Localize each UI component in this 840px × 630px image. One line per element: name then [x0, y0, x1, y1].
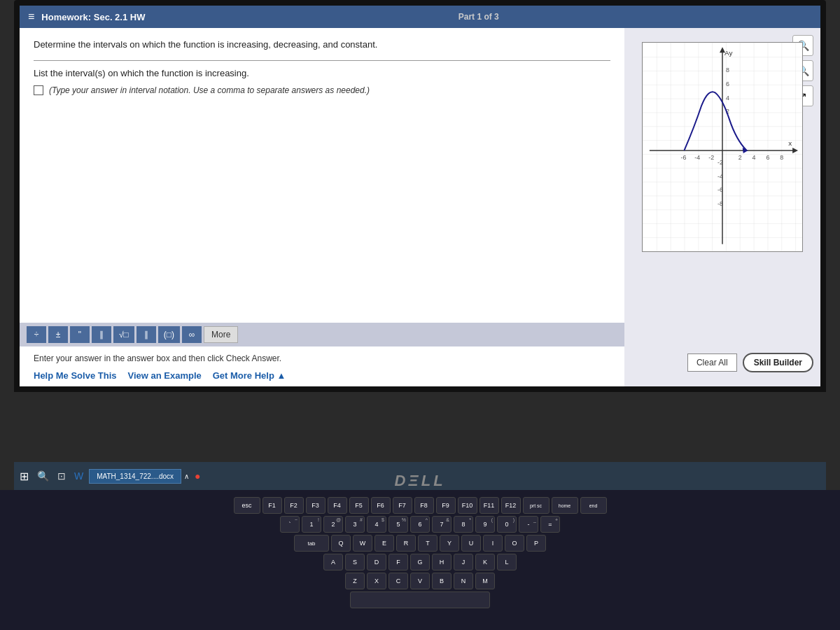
key-f2[interactable]: F2 — [284, 497, 304, 514]
key-f9[interactable]: F9 — [436, 497, 456, 514]
key-3[interactable]: #3 — [345, 516, 365, 533]
screen: ≡ Homework: Sec. 2.1 HW Part 1 of 3 Dete… — [20, 6, 820, 386]
toolbar-btn-infinity[interactable]: ∞ — [182, 326, 202, 343]
keyboard-row-qwerty: tab Q W E R T Y U I O P — [21, 535, 819, 552]
key-f1[interactable]: F1 — [262, 497, 282, 514]
key-l[interactable]: L — [497, 554, 517, 570]
key-s[interactable]: S — [345, 554, 365, 570]
key-f[interactable]: F — [388, 554, 408, 570]
key-h[interactable]: H — [432, 554, 451, 570]
key-prtsc[interactable]: prt sc — [523, 497, 550, 514]
svg-text:-6: -6 — [681, 154, 687, 161]
svg-text:-6: -6 — [718, 186, 723, 193]
svg-text:8: 8 — [726, 66, 729, 74]
key-e[interactable]: E — [374, 535, 394, 552]
view-example-link[interactable]: View an Example — [127, 370, 201, 381]
answer-checkbox[interactable] — [34, 85, 43, 95]
key-0[interactable]: )0 — [497, 516, 517, 533]
key-home[interactable]: home — [552, 497, 578, 514]
toolbar-btn-parallel[interactable]: ∥ — [92, 326, 111, 343]
chrome-icon[interactable]: ● — [192, 469, 203, 483]
get-more-help-link[interactable]: Get More Help ▲ — [213, 370, 286, 381]
toolbar-btn-sqrt[interactable]: √□ — [113, 326, 134, 343]
windows-start-icon[interactable]: ⊞ — [20, 470, 29, 483]
key-q[interactable]: Q — [331, 535, 351, 552]
toolbar-btn-plusminus[interactable]: ± — [48, 326, 68, 343]
key-w[interactable]: W — [353, 535, 372, 552]
key-p[interactable]: P — [526, 535, 546, 552]
key-f12[interactable]: F12 — [501, 497, 521, 514]
help-me-solve-link[interactable]: Help Me Solve This — [34, 370, 116, 381]
key-d[interactable]: D — [367, 554, 386, 570]
key-6[interactable]: ^6 — [410, 516, 430, 533]
svg-text:8: 8 — [780, 154, 783, 161]
laptop-body: ≡ Homework: Sec. 2.1 HW Part 1 of 3 Dete… — [0, 0, 840, 630]
key-z[interactable]: Z — [345, 573, 365, 589]
key-backtick[interactable]: ~` — [280, 516, 300, 533]
key-u[interactable]: U — [461, 535, 481, 552]
key-minus[interactable]: _- — [519, 516, 538, 533]
word-icon[interactable]: W — [71, 469, 86, 483]
key-b[interactable]: B — [432, 573, 451, 589]
task-view-icon[interactable]: ⊡ — [55, 469, 69, 483]
key-f4[interactable]: F4 — [328, 497, 347, 514]
key-x[interactable]: X — [367, 573, 386, 589]
key-j[interactable]: J — [454, 554, 473, 570]
key-tab[interactable]: tab — [294, 535, 329, 552]
key-r[interactable]: R — [396, 535, 416, 552]
right-panel: 🔍 🔍 ↗ — [624, 28, 820, 386]
key-7[interactable]: &7 — [432, 516, 451, 533]
svg-text:2: 2 — [738, 154, 742, 161]
app-layout: ≡ Homework: Sec. 2.1 HW Part 1 of 3 Dete… — [20, 6, 820, 386]
key-space[interactable] — [350, 592, 490, 608]
key-8[interactable]: *8 — [454, 516, 473, 533]
key-2[interactable]: @2 — [323, 516, 343, 533]
taskbar-file-item[interactable]: MATH_1314_722....docx — [89, 469, 181, 484]
part-indicator: Part 1 of 3 — [145, 12, 812, 22]
key-f10[interactable]: F10 — [458, 497, 477, 514]
key-y[interactable]: Y — [440, 535, 459, 552]
toolbar-btn-paren[interactable]: (□) — [158, 326, 180, 343]
key-f8[interactable]: F8 — [414, 497, 434, 514]
key-f7[interactable]: F7 — [393, 497, 412, 514]
key-5[interactable]: %5 — [388, 516, 408, 533]
key-end[interactable]: end — [580, 497, 607, 514]
key-1[interactable]: !1 — [302, 516, 321, 533]
header-bar: ≡ Homework: Sec. 2.1 HW Part 1 of 3 — [20, 6, 820, 28]
key-equals[interactable]: += — [540, 516, 560, 533]
toolbar-btn-norm[interactable]: ∥ — [136, 326, 156, 343]
key-i[interactable]: I — [483, 535, 503, 552]
key-a[interactable]: A — [323, 554, 343, 570]
key-9[interactable]: (9 — [475, 516, 495, 533]
key-c[interactable]: C — [388, 573, 408, 589]
toolbar-btn-more[interactable]: More — [204, 326, 238, 343]
taskbar-chevron-icon[interactable]: ∧ — [184, 472, 189, 480]
key-g[interactable]: G — [410, 554, 430, 570]
key-f6[interactable]: F6 — [371, 497, 391, 514]
search-taskbar-icon[interactable]: 🔍 — [34, 469, 52, 483]
key-k[interactable]: K — [475, 554, 495, 570]
question-area: Determine the intervals on which the fun… — [20, 28, 624, 323]
key-4[interactable]: $4 — [367, 516, 386, 533]
sub-question-text: List the interval(s) on which the functi… — [34, 68, 610, 78]
key-esc[interactable]: esc — [234, 497, 260, 514]
svg-text:-4: -4 — [694, 154, 700, 161]
clear-all-button[interactable]: Clear All — [687, 354, 737, 372]
key-m[interactable]: M — [475, 573, 495, 589]
svg-text:-2: -2 — [708, 154, 714, 161]
key-n[interactable]: N — [454, 573, 473, 589]
hamburger-icon[interactable]: ≡ — [28, 10, 34, 23]
key-t[interactable]: T — [418, 535, 438, 552]
toolbar-btn-quote[interactable]: " — [70, 326, 90, 343]
help-buttons-row: Help Me Solve This View an Example Get M… — [34, 370, 610, 381]
skill-builder-button[interactable]: Skill Builder — [743, 353, 813, 372]
key-f11[interactable]: F11 — [479, 497, 499, 514]
key-f5[interactable]: F5 — [349, 497, 369, 514]
check-answer-instruction: Enter your answer in the answer box and … — [34, 354, 610, 363]
key-o[interactable]: O — [505, 535, 524, 552]
svg-text:-4: -4 — [718, 173, 723, 180]
key-v[interactable]: V — [410, 573, 430, 589]
key-f3[interactable]: F3 — [306, 497, 326, 514]
keyboard-row-numbers: ~` !1 @2 #3 $4 %5 ^6 &7 *8 (9 )0 _- += — [21, 516, 819, 533]
toolbar-btn-divide[interactable]: ÷ — [27, 326, 46, 343]
